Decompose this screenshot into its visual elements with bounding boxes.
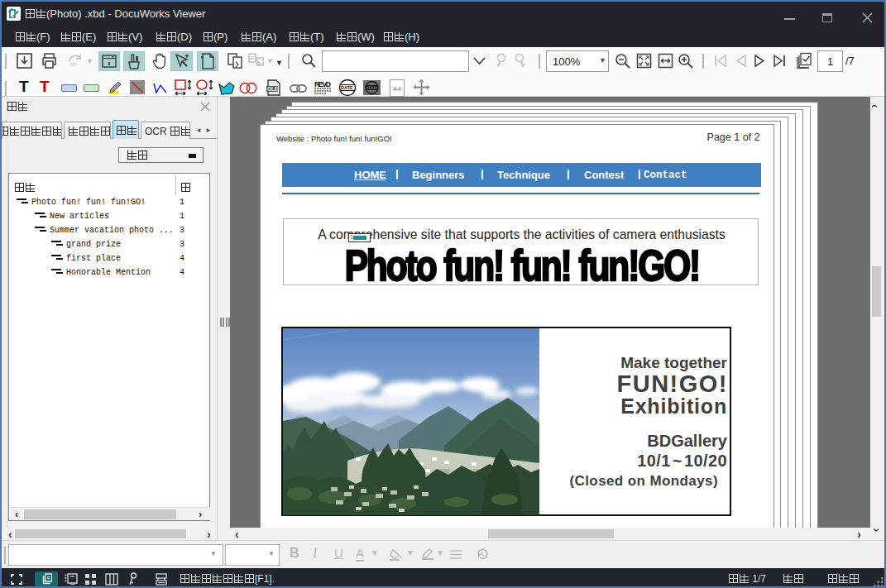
- svg-text:P: P: [251, 55, 255, 61]
- svg-text:DATE: DATE: [341, 85, 353, 90]
- svg-text:REVD: REVD: [314, 80, 332, 88]
- svg-text:90°: 90°: [70, 62, 79, 67]
- svg-text:DATE: DATE: [366, 85, 378, 90]
- svg-text:OLE: OLE: [267, 86, 279, 92]
